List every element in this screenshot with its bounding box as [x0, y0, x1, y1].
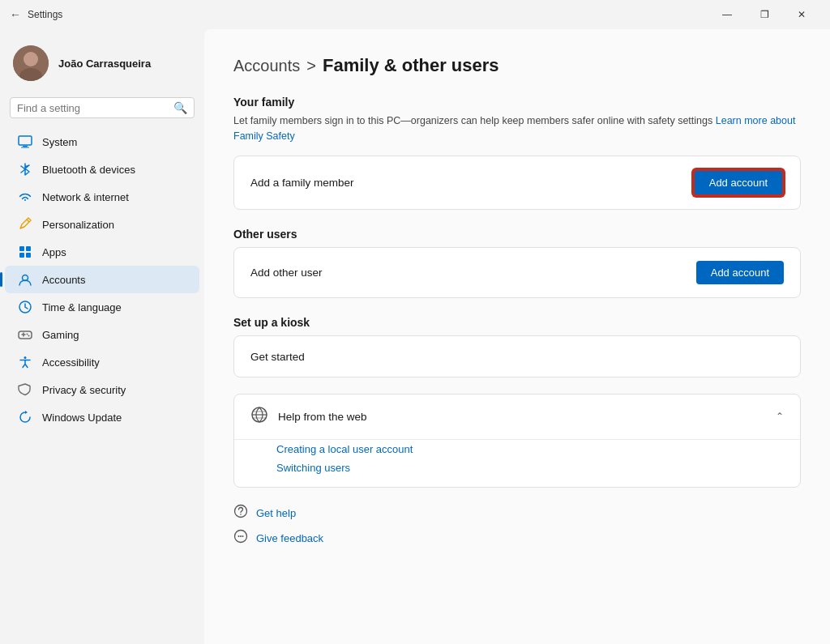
help-link-1[interactable]: Switching users	[276, 462, 784, 474]
help-card: Help from the web ⌃ Creating a local use…	[233, 394, 801, 488]
sidebar-item-bluetooth-label: Bluetooth & devices	[42, 164, 135, 176]
privacy-icon	[18, 382, 32, 397]
breadcrumb-parent[interactable]: Accounts	[233, 57, 300, 75]
titlebar-controls: — ❐ ✕	[708, 0, 820, 29]
sidebar-item-time-label: Time & language	[42, 301, 122, 313]
search-icon: 🔍	[173, 101, 187, 114]
sidebar-item-accessibility-label: Accessibility	[42, 356, 100, 369]
kiosk-section: Set up a kiosk Get started	[233, 316, 801, 377]
sidebar-item-time[interactable]: Time & language	[5, 293, 199, 321]
sidebar-item-privacy-label: Privacy & security	[42, 384, 126, 396]
breadcrumb-current: Family & other users	[323, 55, 499, 76]
sidebar-item-apps[interactable]: Apps	[5, 238, 199, 266]
svg-point-14	[28, 335, 30, 337]
chevron-up-icon: ⌃	[776, 411, 784, 422]
avatar	[13, 45, 49, 81]
add-family-card: Add a family member Add account	[233, 156, 801, 210]
add-family-label: Add a family member	[250, 177, 354, 189]
system-icon	[18, 134, 32, 149]
other-users-title: Other users	[233, 228, 801, 241]
other-users-section: Other users Add other user Add account	[233, 228, 801, 298]
give-feedback-icon	[233, 529, 248, 548]
give-feedback-label: Give feedback	[256, 532, 323, 544]
help-link-0[interactable]: Creating a local user account	[276, 443, 784, 455]
time-icon	[18, 300, 32, 314]
accounts-icon	[18, 272, 32, 287]
svg-point-22	[242, 535, 244, 537]
your-family-section: Your family Let family members sign in t…	[233, 96, 801, 210]
add-other-label: Add other user	[250, 267, 323, 279]
svg-point-13	[27, 334, 28, 335]
accessibility-icon	[18, 355, 32, 369]
help-links: Creating a local user account Switching …	[234, 439, 800, 487]
kiosk-card: Get started	[233, 335, 801, 377]
sidebar-item-system-label: System	[42, 136, 77, 148]
your-family-desc: Let family members sign in to this PC—or…	[233, 113, 801, 144]
svg-point-21	[240, 535, 242, 537]
bottom-actions: Get help Give feedback	[233, 504, 801, 548]
sidebar-item-personalization-label: Personalization	[42, 219, 114, 231]
svg-rect-3	[19, 136, 32, 145]
help-globe-icon	[250, 406, 268, 428]
get-help-action[interactable]: Get help	[233, 504, 801, 522]
close-button[interactable]: ✕	[783, 0, 820, 29]
svg-point-17	[235, 505, 247, 517]
sidebar-item-update[interactable]: Windows Update	[5, 403, 199, 431]
svg-point-1	[24, 52, 38, 66]
breadcrumb-separator: >	[306, 57, 316, 75]
maximize-button[interactable]: ❐	[746, 0, 783, 29]
svg-point-15	[24, 356, 27, 359]
help-header-left: Help from the web	[250, 406, 367, 428]
sidebar-item-accessibility[interactable]: Accessibility	[5, 348, 199, 376]
sidebar-item-accounts-label: Accounts	[42, 274, 85, 286]
update-icon	[18, 410, 32, 424]
svg-rect-6	[19, 246, 24, 251]
sidebar-item-network[interactable]: Network & internet	[5, 183, 199, 211]
sidebar-item-network-label: Network & internet	[42, 191, 129, 203]
svg-rect-8	[19, 253, 24, 258]
personalization-icon	[18, 217, 32, 232]
sidebar-item-apps-label: Apps	[42, 246, 66, 258]
svg-point-20	[238, 535, 240, 537]
your-family-desc-text: Let family members sign in to this PC—or…	[233, 115, 712, 126]
add-other-card: Add other user Add account	[233, 247, 801, 298]
breadcrumb: Accounts > Family & other users	[233, 55, 801, 76]
sidebar-item-bluetooth[interactable]: Bluetooth & devices	[5, 156, 199, 183]
svg-rect-7	[26, 246, 31, 251]
sidebar-item-accounts[interactable]: Accounts	[5, 266, 199, 293]
help-header[interactable]: Help from the web ⌃	[234, 395, 800, 439]
kiosk-get-started: Get started	[250, 351, 305, 363]
sidebar-item-gaming[interactable]: Gaming	[5, 321, 199, 348]
titlebar-left: ← Settings	[10, 8, 62, 21]
svg-point-18	[240, 514, 242, 515]
svg-rect-4	[23, 146, 28, 147]
add-other-button[interactable]: Add account	[696, 261, 784, 284]
svg-rect-9	[26, 253, 31, 258]
user-name: João Carrasqueira	[58, 58, 151, 70]
sidebar-nav: System Bluetooth & devices Network & int…	[0, 128, 204, 431]
svg-rect-5	[21, 147, 29, 148]
search-input[interactable]	[17, 102, 169, 114]
search-box: 🔍	[10, 97, 195, 118]
back-icon[interactable]: ←	[10, 8, 21, 21]
minimize-button[interactable]: —	[708, 0, 746, 29]
add-family-button[interactable]: Add account	[693, 169, 784, 196]
sidebar-item-gaming-label: Gaming	[42, 329, 79, 341]
titlebar: ← Settings — ❐ ✕	[0, 0, 830, 29]
get-help-icon	[233, 504, 248, 522]
app-body: João Carrasqueira 🔍 System Bluetooth & d…	[0, 29, 830, 644]
help-title: Help from the web	[278, 411, 367, 423]
user-profile[interactable]: João Carrasqueira	[0, 36, 204, 94]
bluetooth-icon	[18, 162, 32, 177]
apps-icon	[18, 245, 32, 259]
your-family-title: Your family	[233, 96, 801, 109]
sidebar-item-privacy[interactable]: Privacy & security	[5, 376, 199, 403]
content-area: Accounts > Family & other users Your fam…	[204, 29, 830, 644]
sidebar-item-system[interactable]: System	[5, 128, 199, 156]
sidebar-item-personalization[interactable]: Personalization	[5, 211, 199, 238]
network-icon	[18, 190, 32, 204]
get-help-label: Get help	[256, 507, 296, 519]
sidebar: João Carrasqueira 🔍 System Bluetooth & d…	[0, 29, 204, 644]
titlebar-title: Settings	[28, 9, 62, 20]
give-feedback-action[interactable]: Give feedback	[233, 529, 801, 548]
